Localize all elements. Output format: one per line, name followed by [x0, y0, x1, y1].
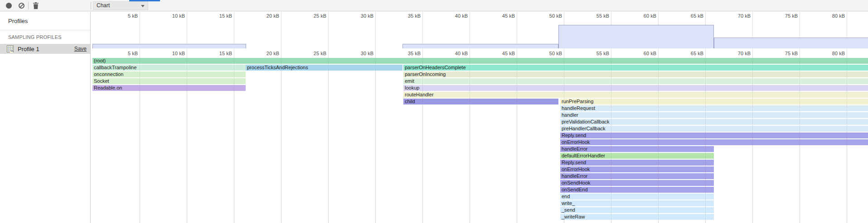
flame-block[interactable]: onSendHook	[560, 180, 714, 186]
flame-block[interactable]: preValidationCallback	[560, 119, 868, 125]
flame-block[interactable]: lookup	[403, 85, 868, 91]
overview-grid-line	[328, 19, 329, 49]
ruler-tick-label: 55 kB	[596, 51, 609, 56]
ruler-tick-line	[752, 12, 753, 19]
record-icon[interactable]	[6, 3, 12, 9]
flame-block[interactable]: child	[403, 99, 558, 104]
ruler-tick-label: 65 kB	[691, 51, 703, 56]
ruler-tick-line	[375, 12, 376, 19]
flame-block[interactable]: parserOnHeadersComplete	[403, 65, 868, 71]
ruler-tick-line	[328, 49, 329, 57]
ruler-tick-label: 5 kB	[128, 13, 138, 19]
profiles-title: Profiles	[0, 12, 90, 24]
overview-grid-line	[375, 19, 376, 49]
ruler-tick-line	[800, 49, 800, 57]
ruler-tick-label: 65 kB	[691, 13, 703, 19]
overview-band	[558, 25, 714, 48]
flame-block[interactable]: processTicksAndRejections	[246, 65, 402, 71]
ruler-tick-label: 25 kB	[314, 51, 326, 56]
flame-block[interactable]: onSendEnd	[560, 187, 714, 193]
flame-block[interactable]: runPreParsing	[560, 99, 868, 104]
chevron-down-icon	[141, 5, 145, 7]
ruler-tick-line	[234, 49, 234, 57]
flame-block[interactable]: onErrorHook	[560, 166, 714, 172]
sidebar-item-profile-1[interactable]: % Profile 1 Save	[0, 44, 90, 54]
flame-block[interactable]: write_	[560, 200, 714, 206]
ruler-tick-label: 20 kB	[267, 13, 279, 19]
flame-block[interactable]: onconnection	[92, 71, 246, 77]
save-link[interactable]: Save	[74, 46, 87, 52]
flame-block[interactable]: preHandlerCallback	[560, 126, 868, 132]
flame-block[interactable]: _send	[560, 207, 714, 213]
flame-block[interactable]: Reply.send	[560, 160, 714, 166]
ruler-tick-label: 35 kB	[408, 51, 421, 56]
flame-block[interactable]: handleRequest	[560, 105, 868, 111]
ruler-tick-label: 80 kB	[832, 13, 845, 19]
flame-grid-line	[328, 57, 329, 223]
sampling-profiles-section-label: SAMPLING PROFILES	[0, 30, 90, 40]
ruler-tick-label: 35 kB	[408, 13, 421, 19]
view-mode-select[interactable]: Chart	[93, 1, 148, 10]
memory-overview-timeline[interactable]	[91, 19, 868, 49]
ruler-tick-line	[187, 12, 187, 19]
ruler-tick-line	[422, 49, 423, 57]
ruler-tick-label: 20 kB	[267, 51, 279, 56]
ruler-tick-label: 30 kB	[361, 51, 373, 56]
percent-glyph: %	[10, 49, 13, 53]
flame-block[interactable]: routeHandler	[403, 92, 868, 98]
ruler-tick-label: 40 kB	[455, 13, 468, 19]
ruler-bottom: 5 kB10 kB15 kB20 kB25 kB30 kB35 kB40 kB4…	[91, 49, 868, 57]
ruler-tick-label: 45 kB	[502, 51, 515, 56]
flame-block[interactable]: Reply.send	[560, 133, 868, 138]
overview-band	[714, 38, 868, 48]
sidebar: Profiles SAMPLING PROFILES % Profile 1 S…	[0, 12, 91, 223]
ruler-tick-line	[328, 12, 329, 19]
ruler-tick-label: 15 kB	[219, 51, 232, 56]
ruler-tick-label: 10 kB	[172, 13, 185, 19]
ruler-tick-label: 50 kB	[549, 51, 562, 56]
flame-block[interactable]: callbackTrampoline	[92, 65, 246, 71]
view-mode-label: Chart	[97, 2, 110, 9]
ruler-tick-line	[140, 49, 140, 57]
ruler-tick-label: 75 kB	[785, 13, 798, 19]
ruler-tick-line	[234, 12, 234, 19]
ruler-tick-line	[187, 49, 187, 57]
ruler-tick-label: 10 kB	[172, 51, 185, 56]
toolbar-separator	[28, 2, 29, 9]
ruler-tick-label: 70 kB	[738, 51, 751, 56]
ruler-tick-line	[564, 49, 564, 57]
ruler-top: 5 kB10 kB15 kB20 kB25 kB30 kB35 kB40 kB4…	[91, 12, 868, 19]
ruler-tick-line	[658, 12, 659, 19]
overview-band	[402, 44, 558, 48]
ruler-tick-label: 45 kB	[502, 13, 515, 19]
flame-block[interactable]: handler	[560, 112, 868, 118]
ruler-tick-label: 75 kB	[785, 51, 798, 56]
flame-block[interactable]: onErrorHook	[560, 139, 868, 145]
flame-block[interactable]: Socket	[92, 78, 246, 84]
flame-chart[interactable]: (root)callbackTrampolineprocessTicksAndR…	[91, 57, 868, 223]
trash-icon[interactable]	[32, 2, 39, 9]
ruler-tick-label: 25 kB	[314, 13, 326, 19]
flame-block[interactable]: parserOnIncoming	[403, 71, 868, 77]
toolbar: Chart	[0, 0, 868, 11]
flame-block[interactable]: (root)	[92, 58, 868, 64]
flame-block[interactable]: end	[560, 194, 714, 199]
ruler-tick-line	[800, 12, 800, 19]
ruler-tick-line	[517, 12, 517, 19]
clear-icon[interactable]	[19, 3, 24, 9]
ruler-tick-label: 15 kB	[219, 13, 232, 19]
ruler-tick-label: 50 kB	[549, 13, 562, 19]
flame-block[interactable]: Readable.on	[92, 85, 246, 91]
ruler-tick-line	[611, 12, 611, 19]
flame-block[interactable]: defaultErrorHandler	[560, 153, 714, 159]
ruler-tick-line	[564, 12, 564, 19]
flame-block[interactable]: emit	[403, 78, 868, 84]
flame-block[interactable]: handleError	[560, 146, 714, 152]
toolbar-separator	[91, 2, 91, 9]
flame-block[interactable]: handleError	[560, 173, 714, 179]
flame-grid-line	[375, 57, 376, 223]
ruler-tick-line	[752, 49, 753, 57]
flame-block[interactable]: _writeRaw	[560, 214, 714, 220]
ruler-tick-line	[705, 12, 706, 19]
ruler-tick-line	[470, 12, 470, 19]
